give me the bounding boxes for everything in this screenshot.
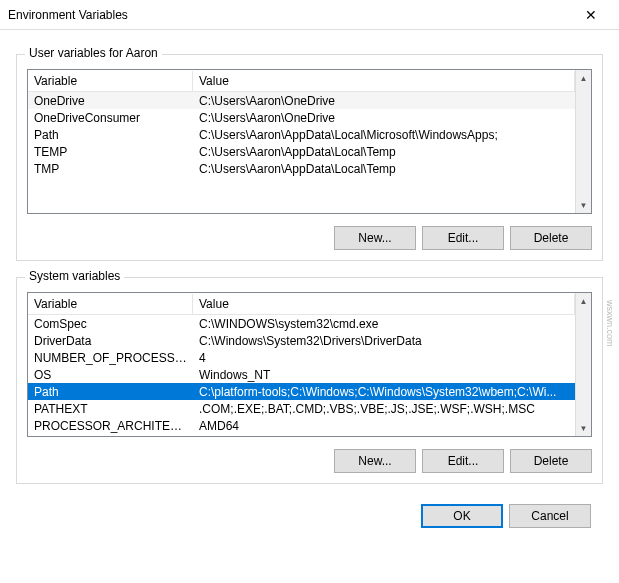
cell-value: C:\Users\Aaron\OneDrive: [193, 94, 575, 108]
cell-value: AMD64: [193, 419, 575, 433]
table-row[interactable]: OneDrive C:\Users\Aaron\OneDrive: [28, 92, 575, 109]
cell-variable: NUMBER_OF_PROCESSORS: [28, 351, 193, 365]
table-row[interactable]: OneDriveConsumer C:\Users\Aaron\OneDrive: [28, 109, 575, 126]
cell-variable: PROCESSOR_ARCHITECTURE: [28, 419, 193, 433]
system-scrollbar[interactable]: ▲ ▼: [575, 293, 591, 436]
system-edit-button[interactable]: Edit...: [422, 449, 504, 473]
cell-variable: ComSpec: [28, 317, 193, 331]
content-area: User variables for Aaron Variable Value …: [0, 30, 619, 494]
cell-variable: TMP: [28, 162, 193, 176]
cell-value: C:\Windows\System32\Drivers\DriverData: [193, 334, 575, 348]
cell-variable: Path: [28, 385, 193, 399]
table-row[interactable]: PATHEXT .COM;.EXE;.BAT;.CMD;.VBS;.VBE;.J…: [28, 400, 575, 417]
user-table-body: Variable Value OneDrive C:\Users\Aaron\O…: [28, 70, 575, 213]
user-buttons: New... Edit... Delete: [27, 226, 592, 250]
close-icon: ✕: [585, 7, 597, 23]
table-row[interactable]: NUMBER_OF_PROCESSORS 4: [28, 349, 575, 366]
table-row[interactable]: TEMP C:\Users\Aaron\AppData\Local\Temp: [28, 143, 575, 160]
table-row[interactable]: ComSpec C:\WINDOWS\system32\cmd.exe: [28, 315, 575, 332]
table-row[interactable]: OS Windows_NT: [28, 366, 575, 383]
system-variables-table[interactable]: Variable Value ComSpec C:\WINDOWS\system…: [27, 292, 592, 437]
scroll-down-icon[interactable]: ▼: [576, 420, 591, 436]
cell-value: 4: [193, 351, 575, 365]
cell-value: .COM;.EXE;.BAT;.CMD;.VBS;.VBE;.JS;.JSE;.…: [193, 402, 575, 416]
user-col-value[interactable]: Value: [193, 71, 575, 91]
scroll-up-icon[interactable]: ▲: [576, 293, 591, 309]
cancel-button[interactable]: Cancel: [509, 504, 591, 528]
system-col-variable[interactable]: Variable: [28, 294, 193, 314]
cell-value: C:\Users\Aaron\AppData\Local\Microsoft\W…: [193, 128, 575, 142]
table-row-selected[interactable]: Path C:\platform-tools;C:\Windows;C:\Win…: [28, 383, 575, 400]
table-row[interactable]: TMP C:\Users\Aaron\AppData\Local\Temp: [28, 160, 575, 177]
table-row[interactable]: DriverData C:\Windows\System32\Drivers\D…: [28, 332, 575, 349]
cell-value: Windows_NT: [193, 368, 575, 382]
system-col-value[interactable]: Value: [193, 294, 575, 314]
cell-variable: OS: [28, 368, 193, 382]
system-variables-group: System variables Variable Value ComSpec …: [16, 277, 603, 484]
cell-variable: TEMP: [28, 145, 193, 159]
watermark: wsxwn.com: [605, 300, 615, 347]
cell-variable: OneDrive: [28, 94, 193, 108]
system-variables-label: System variables: [25, 269, 124, 283]
scroll-down-icon[interactable]: ▼: [576, 197, 591, 213]
cell-value: C:\Users\Aaron\AppData\Local\Temp: [193, 145, 575, 159]
user-edit-button[interactable]: Edit...: [422, 226, 504, 250]
scroll-up-icon[interactable]: ▲: [576, 70, 591, 86]
user-delete-button[interactable]: Delete: [510, 226, 592, 250]
cell-value: C:\platform-tools;C:\Windows;C:\Windows\…: [193, 385, 575, 399]
system-table-header: Variable Value: [28, 293, 575, 315]
user-scrollbar[interactable]: ▲ ▼: [575, 70, 591, 213]
cell-variable: OneDriveConsumer: [28, 111, 193, 125]
cell-value: C:\Users\Aaron\OneDrive: [193, 111, 575, 125]
user-new-button[interactable]: New...: [334, 226, 416, 250]
user-variables-label: User variables for Aaron: [25, 46, 162, 60]
cell-variable: DriverData: [28, 334, 193, 348]
close-button[interactable]: ✕: [571, 1, 611, 29]
system-buttons: New... Edit... Delete: [27, 449, 592, 473]
user-variables-group: User variables for Aaron Variable Value …: [16, 54, 603, 261]
cell-value: C:\Users\Aaron\AppData\Local\Temp: [193, 162, 575, 176]
cell-value: C:\WINDOWS\system32\cmd.exe: [193, 317, 575, 331]
window-title: Environment Variables: [8, 8, 571, 22]
user-table-header: Variable Value: [28, 70, 575, 92]
titlebar: Environment Variables ✕: [0, 0, 619, 30]
user-variables-table[interactable]: Variable Value OneDrive C:\Users\Aaron\O…: [27, 69, 592, 214]
cell-variable: Path: [28, 128, 193, 142]
system-table-body: Variable Value ComSpec C:\WINDOWS\system…: [28, 293, 575, 436]
system-delete-button[interactable]: Delete: [510, 449, 592, 473]
dialog-footer: OK Cancel: [0, 494, 619, 538]
cell-variable: PATHEXT: [28, 402, 193, 416]
system-new-button[interactable]: New...: [334, 449, 416, 473]
ok-button[interactable]: OK: [421, 504, 503, 528]
table-row[interactable]: PROCESSOR_ARCHITECTURE AMD64: [28, 417, 575, 434]
table-row[interactable]: Path C:\Users\Aaron\AppData\Local\Micros…: [28, 126, 575, 143]
user-col-variable[interactable]: Variable: [28, 71, 193, 91]
